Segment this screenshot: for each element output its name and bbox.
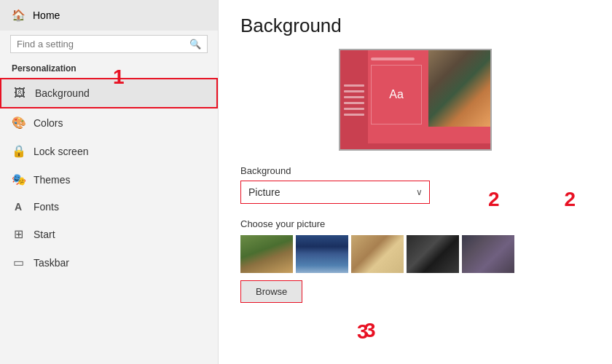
monitor-topbar [371, 58, 415, 60]
taskbar-icon: ▭ [12, 256, 25, 269]
start-icon: ⊞ [12, 227, 25, 241]
panel-line-4 [344, 102, 364, 104]
picture-thumb-3[interactable] [351, 235, 404, 273]
sidebar-item-lockscreen-label: Lock screen [34, 146, 88, 157]
annotation-3: 3 [364, 319, 376, 342]
panel-line-2 [344, 90, 364, 92]
panel-line-5 [344, 108, 364, 110]
sidebar-item-taskbar-label: Taskbar [34, 257, 69, 269]
sidebar-item-colors-label: Colors [34, 117, 63, 129]
preview-container: Aa [240, 49, 590, 151]
choose-picture-label: Choose your picture [240, 218, 590, 229]
colors-icon: 🎨 [12, 116, 25, 130]
sidebar-item-taskbar[interactable]: ▭ Taskbar [0, 248, 218, 277]
sidebar-item-themes[interactable]: 🎭 Themes [0, 165, 218, 194]
panel-line-1 [344, 84, 364, 87]
fonts-icon: A [12, 201, 25, 213]
sidebar-item-lock-screen[interactable]: 🔒 Lock screen [0, 137, 218, 165]
search-icon[interactable]: 🔍 [189, 39, 201, 50]
panel-line-3 [344, 96, 364, 98]
sidebar-home-label: Home [33, 9, 60, 21]
picture-thumb-1[interactable] [240, 235, 293, 273]
browse-button[interactable]: Browse [240, 280, 302, 303]
monitor-bottom-bar [340, 143, 490, 149]
monitor-background: Aa [340, 50, 490, 149]
sidebar-item-fonts-label: Fonts [34, 201, 59, 213]
sidebar-item-themes-label: Themes [34, 174, 71, 186]
sidebar-item-colors[interactable]: 🎨 Colors [0, 108, 218, 137]
sidebar-item-start-label: Start [34, 229, 55, 240]
monitor-window: Aa [371, 65, 422, 124]
home-icon: 🏠 [12, 9, 26, 22]
monitor-preview: Aa [339, 49, 492, 151]
sidebar: 🏠 Home 🔍 Personalization 🖼 Background 🎨 … [0, 0, 219, 364]
picture-thumb-5[interactable] [462, 235, 514, 273]
main-content: Background Aa [219, 0, 612, 364]
sidebar-item-fonts[interactable]: A Fonts [0, 194, 218, 220]
page-title: Background [240, 15, 590, 37]
monitor-photo-inner [428, 50, 490, 127]
picture-thumb-2[interactable] [296, 235, 348, 273]
sidebar-item-background-label: Background [35, 87, 90, 99]
personalization-section-label: Personalization [0, 60, 218, 78]
search-input[interactable] [17, 39, 189, 50]
background-dropdown[interactable]: Picture Solid color Slideshow [240, 181, 430, 204]
sidebar-item-home[interactable]: 🏠 Home [0, 0, 218, 31]
lock-screen-icon: 🔒 [12, 144, 25, 158]
background-dropdown-label: Background [240, 165, 590, 176]
sidebar-item-start[interactable]: ⊞ Start [0, 220, 218, 248]
monitor-photo [428, 50, 490, 127]
panel-line-6 [344, 114, 364, 116]
pictures-row [240, 235, 590, 273]
monitor-left-panel [340, 50, 368, 149]
background-dropdown-wrapper: Picture Solid color Slideshow ∨ [240, 181, 430, 204]
search-box: 🔍 [10, 35, 208, 53]
background-icon: 🖼 [13, 87, 26, 100]
sidebar-item-background[interactable]: 🖼 Background [0, 78, 218, 108]
annotation-2: 2 [564, 188, 576, 211]
themes-icon: 🎭 [12, 173, 25, 186]
picture-thumb-4[interactable] [407, 235, 459, 273]
